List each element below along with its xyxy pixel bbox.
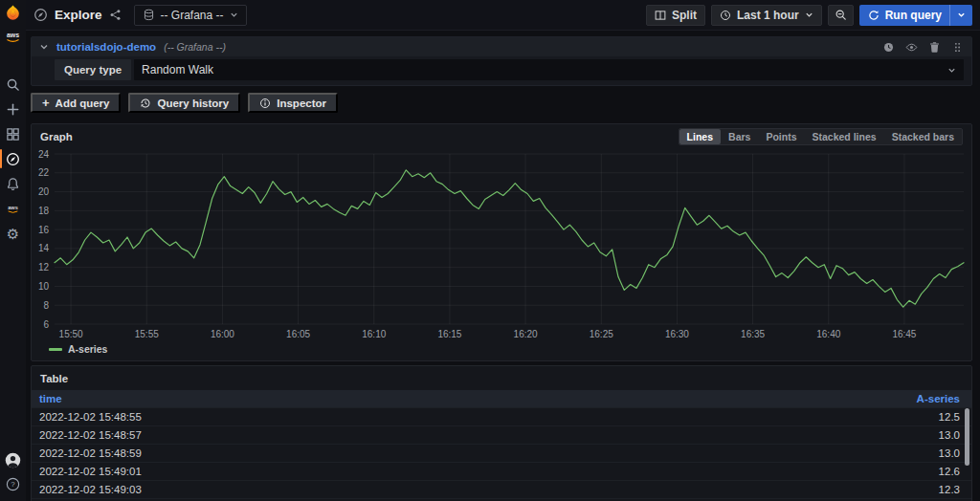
explore-compass-icon	[33, 8, 48, 22]
query-name[interactable]: tutorialsdojo-demo	[56, 41, 156, 53]
graph-chart[interactable]: 24222018161412108615:5015:5516:0016:0516…	[33, 148, 971, 343]
sidebar-item-explore[interactable]	[0, 146, 26, 171]
x-axis-label: 16:20	[514, 329, 538, 339]
svg-text:aws: aws	[7, 32, 19, 38]
cell-time: 2022-12-02 15:48:59	[39, 447, 142, 459]
query-row-header[interactable]: tutorialsdojo-demo (-- Grafana --)	[32, 37, 971, 56]
cell-value: 13.0	[939, 429, 960, 441]
graph-mode-lines[interactable]: Lines	[679, 129, 721, 144]
compass-icon	[6, 152, 20, 166]
y-axis-label: 8	[43, 300, 49, 311]
cell-time: 2022-12-02 15:49:01	[39, 466, 142, 477]
collapse-chevron-icon[interactable]	[39, 42, 49, 52]
grafana-logo-icon[interactable]	[4, 4, 22, 22]
graph-mode-stacked-lines[interactable]: Stacked lines	[805, 129, 884, 144]
query-row-actions	[882, 41, 964, 54]
sidebar-item-aws-cloudwatch[interactable]: aws	[0, 196, 26, 221]
sidebar-item-settings[interactable]: ⚙	[0, 221, 26, 246]
y-axis-label: 24	[38, 149, 50, 160]
graph-chart-wrap: 24222018161412108615:5015:5516:0016:0516…	[32, 148, 971, 343]
avatar[interactable]	[5, 452, 21, 468]
cell-time: 2022-12-02 15:48:57	[39, 429, 142, 441]
y-axis-label: 18	[38, 206, 50, 216]
chevron-down-icon	[230, 11, 238, 19]
refresh-icon	[868, 10, 880, 21]
x-axis-label: 16:30	[665, 329, 689, 339]
aws-logo-icon: aws	[6, 202, 20, 216]
sidebar-nav: aws ⚙	[0, 72, 26, 246]
graph-mode-toggle: LinesBarsPointsStacked linesStacked bars	[679, 128, 963, 145]
graph-mode-points[interactable]: Points	[758, 129, 804, 144]
query-type-value: Random Walk	[142, 63, 213, 76]
x-axis-label: 15:50	[59, 329, 83, 339]
table-scrollbar-thumb[interactable]	[965, 408, 969, 466]
help-icon[interactable]: ?	[6, 477, 20, 491]
info-icon	[259, 98, 271, 109]
graph-panel-header: Graph LinesBarsPointsStacked linesStacke…	[32, 124, 971, 148]
page-title: Explore	[55, 8, 102, 22]
x-axis-label: 16:25	[590, 329, 613, 339]
column-header-time[interactable]: time	[39, 393, 62, 404]
table-body: 2022-12-02 15:48:5512.52022-12-02 15:48:…	[32, 407, 971, 501]
add-query-button[interactable]: + Add query	[31, 93, 121, 113]
sidebar-item-search[interactable]	[0, 72, 26, 97]
chevron-down-icon	[947, 66, 956, 75]
split-button[interactable]: Split	[646, 5, 705, 26]
share-icon[interactable]	[109, 9, 122, 21]
query-type-select[interactable]: Random Walk	[134, 59, 964, 80]
plus-icon: +	[42, 96, 50, 110]
graph-legend[interactable]: A-series	[32, 343, 971, 360]
x-axis-label: 15:55	[135, 329, 159, 339]
query-history-button[interactable]: Query history	[128, 93, 240, 113]
table-row: 2022-12-02 15:48:5512.5	[32, 407, 971, 425]
column-header-a-series[interactable]: A-series	[917, 393, 960, 404]
graph-mode-bars[interactable]: Bars	[721, 129, 758, 144]
cell-time: 2022-12-02 15:48:55	[39, 411, 142, 423]
aws-logo-icon[interactable]: aws	[4, 31, 22, 43]
zoom-out-button[interactable]	[828, 5, 854, 26]
legend-swatch	[49, 348, 62, 351]
chevron-down-icon	[805, 11, 813, 19]
run-query-dropdown[interactable]	[950, 11, 972, 19]
table-column-header: time A-series	[32, 390, 971, 407]
sidebar-item-alerting[interactable]	[0, 171, 26, 196]
dashboards-icon	[6, 127, 20, 142]
datasource-picker[interactable]: -- Grafana --	[134, 5, 247, 26]
plus-icon	[6, 102, 20, 117]
query-history-label: Query history	[157, 98, 229, 109]
sidebar-item-create[interactable]	[0, 97, 26, 121]
table-panel-header: Table	[32, 366, 971, 390]
y-axis-label: 22	[38, 167, 50, 178]
run-query-label: Run query	[885, 9, 942, 22]
time-range-picker[interactable]: Last 1 hour	[711, 5, 822, 26]
query-editor-card: tutorialsdojo-demo (-- Grafana --)	[31, 36, 972, 86]
explore-content: tutorialsdojo-demo (-- Grafana --)	[26, 31, 980, 501]
x-axis-label: 16:35	[741, 329, 765, 339]
sidebar: aws	[0, 0, 26, 501]
trash-icon[interactable]	[928, 41, 941, 54]
y-axis-label: 6	[43, 319, 49, 330]
inspector-button[interactable]: Inspector	[248, 93, 338, 113]
table-row: 2022-12-02 15:49:0112.6	[32, 462, 971, 480]
time-range-label: Last 1 hour	[737, 9, 799, 22]
zoom-out-icon	[835, 9, 847, 21]
x-axis-label: 16:40	[816, 329, 840, 339]
eye-icon[interactable]	[905, 41, 918, 54]
table-row: 2022-12-02 15:48:5713.0	[32, 425, 971, 444]
x-axis-label: 16:00	[211, 329, 234, 339]
sidebar-bottom: ?	[5, 452, 21, 501]
x-axis-label: 16:10	[362, 329, 386, 339]
split-label: Split	[672, 9, 697, 22]
cell-value: 12.3	[939, 484, 960, 495]
y-axis-label: 12	[38, 262, 50, 272]
graph-mode-stacked-bars[interactable]: Stacked bars	[884, 129, 962, 144]
query-datasource-hint: (-- Grafana --)	[164, 41, 226, 53]
query-history-clock-icon[interactable]	[882, 41, 895, 54]
sidebar-item-dashboards[interactable]	[0, 121, 26, 146]
cell-value: 12.6	[939, 466, 960, 477]
history-icon	[140, 98, 151, 109]
split-icon	[655, 10, 666, 21]
run-query-button[interactable]: Run query	[859, 5, 972, 26]
drag-handle-icon[interactable]	[951, 41, 964, 54]
x-axis-label: 16:05	[286, 329, 310, 339]
